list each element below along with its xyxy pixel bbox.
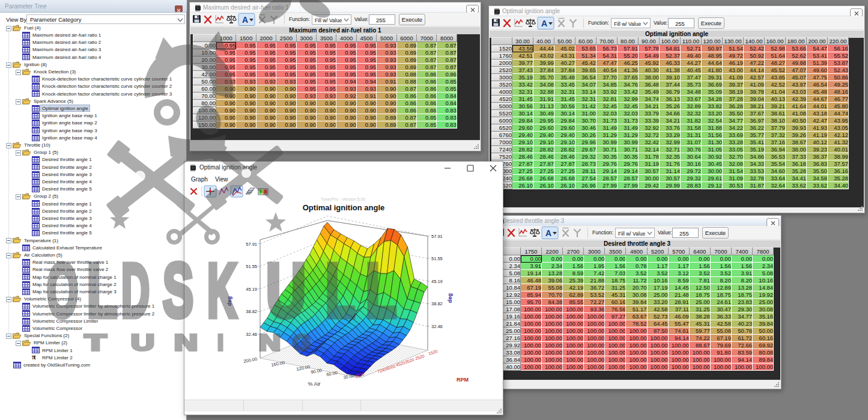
svg-text:38.82: 38.82 (431, 301, 443, 306)
svg-text:51.55: 51.55 (431, 256, 443, 261)
svg-text:57.91: 57.91 (246, 242, 257, 247)
svg-text:51.55: 51.55 (246, 264, 257, 269)
svg-text:32.46: 32.46 (431, 324, 443, 329)
svg-text:RPM: RPM (457, 377, 469, 383)
svg-text:200.00: 200.00 (243, 356, 258, 364)
svg-text:1520: 1520 (428, 349, 438, 356)
svg-text:deg: deg (226, 296, 232, 306)
svg-text:% Air: % Air (308, 381, 320, 387)
svg-text:32.46: 32.46 (246, 332, 257, 337)
svg-text:deg: deg (447, 293, 453, 303)
svg-text:38.82: 38.82 (246, 309, 257, 314)
svg-text:45.19: 45.19 (246, 287, 257, 292)
svg-text:160.00: 160.00 (271, 360, 285, 368)
svg-text:57.91: 57.91 (431, 234, 443, 239)
svg-text:45.19: 45.19 (431, 279, 443, 284)
